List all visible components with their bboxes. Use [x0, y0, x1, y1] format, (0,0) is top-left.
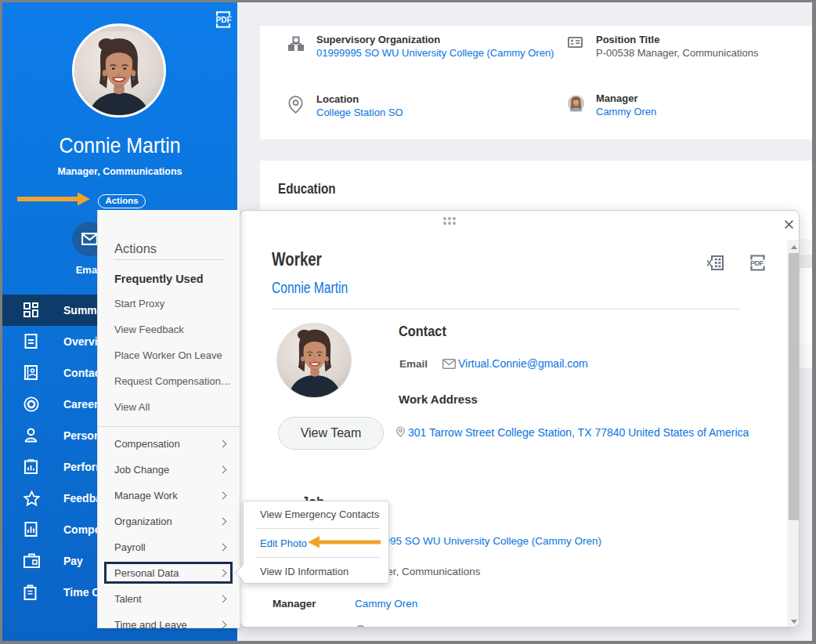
svg-text:X: X — [707, 259, 712, 268]
svg-text:PDF: PDF — [750, 259, 764, 267]
svg-text:PDF: PDF — [216, 16, 232, 24]
